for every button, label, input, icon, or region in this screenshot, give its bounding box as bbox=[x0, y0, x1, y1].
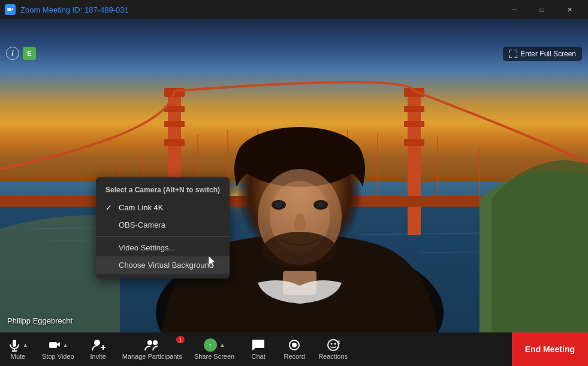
context-menu-item-obs[interactable]: ✓ OBS-Camera bbox=[96, 216, 230, 234]
participant-badge: E bbox=[23, 47, 36, 60]
share-screen-button[interactable]: ↑ ▲ Share Screen bbox=[188, 332, 240, 366]
top-overlay: i E Enter Full Screen bbox=[0, 43, 588, 65]
invite-label: Invite bbox=[90, 353, 105, 360]
toolbar-right: End Meeting bbox=[354, 332, 588, 366]
participants-badge: 1 bbox=[176, 336, 185, 343]
video-settings-label: Video Settings... bbox=[119, 243, 175, 252]
invite-icon bbox=[91, 338, 105, 352]
top-left-icons: i E bbox=[6, 47, 36, 60]
mic-icon bbox=[8, 338, 21, 352]
chat-icon bbox=[252, 338, 265, 352]
record-icon bbox=[288, 338, 301, 352]
menu-divider bbox=[96, 236, 230, 237]
cam-link-label: Cam Link 4K bbox=[119, 203, 163, 212]
svg-point-39 bbox=[263, 232, 337, 268]
title-bar-left: Zoom Meeting ID: 187-489-031 bbox=[5, 4, 129, 15]
video-area: i E Enter Full Screen Philipp Eggebrecht… bbox=[0, 19, 588, 332]
svg-point-37 bbox=[275, 202, 282, 208]
svg-rect-14 bbox=[404, 139, 424, 146]
zoom-logo bbox=[5, 4, 16, 15]
svg-point-45 bbox=[94, 340, 100, 346]
full-screen-label: Enter Full Screen bbox=[520, 50, 576, 58]
toolbar-left: ▲ Mute ▲ Stop Video bbox=[0, 332, 354, 366]
video-icon bbox=[48, 338, 61, 352]
mute-icon-wrap: ▲ bbox=[8, 338, 28, 352]
svg-point-54 bbox=[334, 343, 336, 345]
window-controls: ─ □ ✕ bbox=[500, 0, 583, 19]
svg-rect-15 bbox=[404, 106, 424, 112]
chat-label: Chat bbox=[252, 353, 266, 360]
svg-rect-16 bbox=[404, 121, 424, 127]
manage-participants-button[interactable]: Manage Participants 1 bbox=[116, 332, 188, 366]
context-menu: Select a Camera (Alt+N to switch) ✓ Cam … bbox=[96, 177, 230, 279]
svg-rect-9 bbox=[164, 139, 185, 146]
chat-button[interactable]: Chat bbox=[240, 332, 276, 366]
title-bar: Zoom Meeting ID: 187-489-031 ─ □ ✕ bbox=[0, 0, 588, 19]
title-text: Zoom Meeting ID: 187-489-031 bbox=[20, 5, 129, 14]
maximize-button[interactable]: □ bbox=[528, 0, 556, 19]
share-arrow-icon: ↑ bbox=[204, 338, 217, 352]
end-meeting-button[interactable]: End Meeting bbox=[512, 332, 588, 366]
obs-label: OBS-Camera bbox=[119, 220, 165, 229]
context-menu-header: Select a Camera (Alt+N to switch) bbox=[96, 182, 230, 199]
reactions-button[interactable]: Reactions bbox=[312, 332, 354, 366]
record-icon-wrap bbox=[288, 338, 301, 352]
context-menu-item-cam-link[interactable]: ✓ Cam Link 4K bbox=[96, 199, 230, 216]
stop-video-button[interactable]: ▲ Stop Video bbox=[36, 332, 80, 366]
mute-button[interactable]: ▲ Mute bbox=[0, 332, 36, 366]
stop-video-icon-wrap: ▲ bbox=[48, 338, 68, 352]
mute-caret: ▲ bbox=[23, 343, 28, 348]
reactions-label: Reactions bbox=[318, 353, 348, 360]
manage-participants-label: Manage Participants bbox=[122, 353, 182, 360]
svg-point-53 bbox=[330, 343, 332, 345]
info-icon[interactable]: i bbox=[6, 47, 19, 60]
context-menu-item-video-settings[interactable]: ✓ Video Settings... bbox=[96, 239, 230, 256]
chat-icon-wrap bbox=[252, 338, 265, 352]
close-button[interactable]: ✕ bbox=[556, 0, 583, 19]
record-label: Record bbox=[284, 353, 304, 360]
fullscreen-icon bbox=[509, 50, 517, 58]
name-label: Philipp Eggebrecht bbox=[7, 316, 73, 325]
bottom-toolbar: ▲ Mute ▲ Stop Video bbox=[0, 332, 588, 366]
minimize-button[interactable]: ─ bbox=[500, 0, 528, 19]
svg-point-52 bbox=[328, 340, 339, 350]
stop-video-label: Stop Video bbox=[42, 353, 74, 360]
svg-point-49 bbox=[153, 340, 158, 345]
full-screen-button[interactable]: Enter Full Screen bbox=[503, 47, 582, 61]
context-menu-item-virtual-bg[interactable]: ✓ Choose Virtual Background bbox=[96, 256, 230, 274]
bridge-svg bbox=[0, 19, 588, 332]
share-caret: ▲ bbox=[220, 343, 225, 348]
reactions-icon-wrap bbox=[327, 338, 340, 352]
svg-point-48 bbox=[147, 340, 152, 345]
mute-label: Mute bbox=[11, 353, 25, 360]
svg-point-38 bbox=[317, 202, 324, 208]
svg-point-51 bbox=[292, 343, 297, 347]
invite-icon-wrap bbox=[91, 338, 105, 352]
svg-rect-41 bbox=[13, 340, 16, 347]
reactions-icon bbox=[327, 338, 340, 352]
invite-button[interactable]: Invite bbox=[80, 332, 116, 366]
video-caret: ▲ bbox=[63, 343, 68, 348]
svg-rect-11 bbox=[164, 121, 185, 127]
share-screen-icon-wrap: ↑ ▲ bbox=[204, 338, 225, 352]
svg-rect-12 bbox=[408, 91, 421, 235]
virtual-bg-label: Choose Virtual Background bbox=[119, 261, 213, 270]
svg-rect-44 bbox=[49, 342, 57, 348]
record-button[interactable]: Record bbox=[276, 332, 312, 366]
checkmark-icon: ✓ bbox=[105, 203, 114, 212]
participants-icon-wrap bbox=[144, 338, 160, 352]
share-screen-label: Share Screen bbox=[194, 353, 234, 360]
participants-icon bbox=[144, 338, 160, 352]
